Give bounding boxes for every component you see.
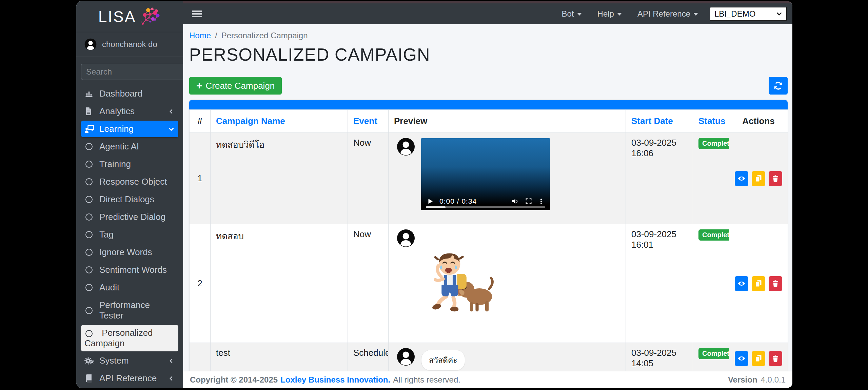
preview-cell: สวัสดีค่ะ <box>389 343 626 371</box>
copy-icon <box>755 354 762 363</box>
circle-icon <box>84 196 99 203</box>
sidebar-item-predictive-dialog[interactable]: Predictive Dialog <box>81 209 178 225</box>
app-window: LISA <box>76 1 792 388</box>
refresh-button[interactable] <box>769 77 788 95</box>
duplicate-button[interactable] <box>752 171 765 186</box>
delete-button[interactable] <box>769 171 782 186</box>
col-header-num: # <box>190 110 211 133</box>
view-button[interactable] <box>735 351 748 366</box>
sidebar-item-label: API Reference <box>99 373 167 384</box>
sidebar-item-label: Analytics <box>99 106 167 117</box>
campaign-table-card: # Campaign Name Event Preview Start Date… <box>189 100 788 371</box>
video-player[interactable]: 0:00 / 0:34 <box>421 138 550 210</box>
avatar <box>397 229 415 247</box>
col-header-event[interactable]: Event <box>348 110 389 133</box>
sidebar-item-analytics[interactable]: Analytics <box>81 103 178 120</box>
status-badge: Completed <box>698 138 729 149</box>
view-button[interactable] <box>735 276 748 291</box>
kebab-menu-icon[interactable] <box>538 198 545 205</box>
caret-down-icon <box>617 13 622 16</box>
circle-icon <box>84 266 99 273</box>
chevron-down-icon <box>167 126 175 132</box>
col-header-start-date[interactable]: Start Date <box>626 110 693 133</box>
rights-text: All rights reserved. <box>393 375 460 385</box>
chevron-left-icon <box>167 376 175 381</box>
campaign-name-cell: test <box>211 343 348 371</box>
sidebar-item-label: Training <box>99 159 175 169</box>
sidebar-item-ignore-words[interactable]: Ignore Words <box>81 244 178 261</box>
sidebar-item-label: Sentiment Words <box>99 265 175 275</box>
video-progress-bar[interactable] <box>426 206 545 208</box>
preview-image-boy-with-dog <box>421 244 501 320</box>
brand[interactable]: LISA <box>76 1 183 32</box>
nav-menu-api-reference[interactable]: API Reference <box>637 9 698 19</box>
caret-down-icon <box>577 13 582 16</box>
duplicate-button[interactable] <box>752 351 765 366</box>
view-button[interactable] <box>735 171 748 186</box>
page-content: Home / Personalized Campaign PERSONALIZE… <box>183 24 792 371</box>
event-cell: Now <box>348 224 389 343</box>
delete-button[interactable] <box>769 351 782 366</box>
sidebar-item-label: System <box>99 355 167 366</box>
sidebar-item-label: Audit <box>99 282 175 293</box>
video-time: 0:00 / 0:34 <box>439 197 477 205</box>
sidebar-item-learning[interactable]: Learning <box>81 121 178 137</box>
sidebar-item-label: Agentic AI <box>99 141 175 152</box>
volume-icon[interactable] <box>511 197 519 205</box>
card-header-bar <box>189 100 788 109</box>
company-link[interactable]: Loxley Business Innovation. <box>280 375 390 385</box>
version-label: Version <box>728 375 757 385</box>
play-icon[interactable] <box>427 198 434 205</box>
delete-button[interactable] <box>769 276 782 291</box>
user-panel[interactable]: chonchanok do <box>76 32 183 57</box>
trash-icon <box>772 354 779 363</box>
create-campaign-button[interactable]: + Create Campaign <box>189 77 282 95</box>
chevron-left-icon <box>167 109 175 114</box>
footer: Copyright © 2014-2025 Loxley Business In… <box>183 371 792 388</box>
sidebar-item-performance-tester[interactable]: Performance Tester <box>81 297 178 324</box>
nav-menu-label: API Reference <box>637 9 690 19</box>
trash-icon <box>772 280 779 288</box>
sidebar-item-api-management[interactable]: API Management <box>81 388 178 388</box>
create-campaign-label: Create Campaign <box>206 81 275 91</box>
caret-down-icon <box>693 13 698 16</box>
duplicate-button[interactable] <box>752 276 765 291</box>
sidebar-item-agentic-ai[interactable]: Agentic AI <box>81 138 178 155</box>
bot-select[interactable]: LBI_DEMO <box>710 7 787 21</box>
campaign-table: # Campaign Name Event Preview Start Date… <box>189 109 788 371</box>
sidebar-item-sentiment-words[interactable]: Sentiment Words <box>81 262 178 278</box>
breadcrumb-home-link[interactable]: Home <box>189 31 211 40</box>
sidebar-item-system[interactable]: System <box>81 352 178 369</box>
status-badge: Completed <box>698 229 729 241</box>
screen: LISA <box>0 0 868 390</box>
nav-menu-help[interactable]: Help <box>597 9 622 19</box>
col-header-campaign-name[interactable]: Campaign Name <box>211 110 348 133</box>
hamburger-menu-icon[interactable] <box>192 9 202 19</box>
status-cell: Completed <box>693 133 729 224</box>
start-date-cell: 03-09-2025 16:06 <box>626 133 693 224</box>
search-input[interactable] <box>81 64 183 80</box>
col-header-preview: Preview <box>389 110 626 133</box>
copyright-text: Copyright © 2014-2025 <box>190 375 278 385</box>
sidebar: LISA <box>76 1 183 388</box>
sidebar-item-audit[interactable]: Audit <box>81 279 178 296</box>
sidebar-item-api-reference[interactable]: API Reference <box>81 370 178 387</box>
trash-icon <box>772 175 779 183</box>
sidebar-item-dashboard[interactable]: Dashboard <box>81 85 178 102</box>
sidebar-item-personalized-campaign[interactable]: Personalized Campaign <box>81 325 178 351</box>
chalkboard-user-icon <box>84 124 99 134</box>
row-number: 2 <box>190 224 211 343</box>
sidebar-item-response-object[interactable]: Response Object <box>81 173 178 190</box>
circle-icon <box>84 330 99 337</box>
sidebar-item-direct-dialogs[interactable]: Direct Dialogs <box>81 191 178 208</box>
preview-cell <box>389 224 626 343</box>
start-date-cell: 03-09-2025 16:01 <box>626 224 693 343</box>
nav-menu-bot[interactable]: Bot <box>562 9 582 19</box>
circle-icon <box>84 284 99 291</box>
col-header-status[interactable]: Status <box>693 110 729 133</box>
sidebar-item-tag[interactable]: Tag <box>81 226 178 243</box>
sidebar-item-label: Tag <box>99 229 175 240</box>
fullscreen-icon[interactable] <box>525 198 532 205</box>
sidebar-item-training[interactable]: Training <box>81 156 178 172</box>
sidebar-item-label: Predictive Dialog <box>99 212 175 222</box>
